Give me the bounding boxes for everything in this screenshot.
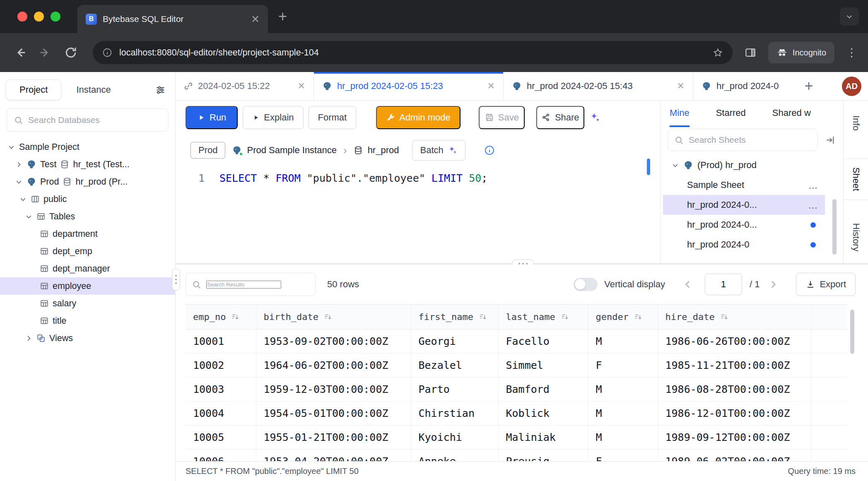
traffic-light-minimize[interactable] [34, 12, 44, 22]
tree-table-dept-emp[interactable]: dept_emp [0, 243, 175, 260]
url-text[interactable]: localhost:8080/sql-editor/sheet/project-… [119, 48, 706, 58]
collapse-panel-icon[interactable] [825, 135, 836, 146]
sheet-item-sample[interactable]: Sample Sheet ... [661, 175, 825, 195]
results-search-input[interactable] [206, 281, 281, 289]
close-icon[interactable]: ✕ [298, 81, 305, 91]
tree-table-dept-manager[interactable]: dept_manager [0, 260, 175, 277]
tab-starred[interactable]: Starred [716, 101, 746, 127]
vtab-sheet[interactable]: Sheet [844, 159, 868, 200]
tree-views-group[interactable]: Views [0, 329, 175, 347]
url-bar[interactable]: localhost:8080/sql-editor/sheet/project-… [93, 41, 733, 64]
close-icon[interactable]: ✕ [487, 81, 495, 91]
col-gender[interactable]: gender [588, 305, 658, 329]
sort-icon[interactable] [634, 313, 643, 322]
caret-right-icon[interactable] [15, 161, 23, 168]
database-item[interactable]: hr_prod [354, 145, 399, 156]
tree-schema-public[interactable]: public [0, 190, 175, 208]
col-first-name[interactable]: first_name [411, 305, 498, 329]
col-birth-date[interactable]: birth_date [256, 305, 411, 329]
caret-down-icon[interactable] [19, 195, 27, 203]
sort-icon[interactable] [231, 313, 240, 322]
ai-sparkles-icon[interactable] [589, 112, 601, 123]
export-button[interactable]: Export [796, 273, 856, 296]
next-page-icon[interactable] [767, 278, 779, 291]
editor-scroll-indicator[interactable] [647, 159, 650, 175]
sort-icon[interactable] [478, 313, 487, 322]
traffic-light-close[interactable] [17, 12, 27, 22]
vtab-info[interactable]: Info [844, 108, 868, 138]
forward-icon[interactable] [38, 46, 52, 60]
tree-table-employee[interactable]: employee [0, 277, 175, 295]
tab-mine[interactable]: Mine [670, 101, 690, 127]
caret-right-icon[interactable] [25, 334, 33, 342]
tab-project[interactable]: Project [6, 79, 61, 100]
tab-instance[interactable]: Instance [76, 84, 111, 95]
vertical-display-toggle[interactable] [574, 278, 598, 291]
environment-chip[interactable]: Prod [190, 142, 225, 159]
tab-shared[interactable]: Shared w [772, 101, 811, 127]
vtab-history[interactable]: History [844, 209, 868, 263]
col-hire-date[interactable]: hire_date [658, 305, 811, 329]
reload-icon[interactable] [64, 46, 78, 60]
sort-icon[interactable] [720, 313, 729, 322]
sheet-panel-scrollbar[interactable] [832, 199, 837, 255]
new-sheet-button[interactable]: + [798, 72, 820, 100]
tree-env-prod[interactable]: Prod hr_prod (Pr... [0, 173, 175, 190]
tab-close-icon[interactable]: ✕ [251, 14, 260, 24]
sheet-group-prod[interactable]: (Prod) hr_prod [661, 155, 843, 175]
site-info-icon[interactable] [102, 47, 113, 58]
sheet-tab-4[interactable]: hr_prod 2024-0 [693, 72, 798, 100]
sort-icon[interactable] [323, 313, 333, 322]
instance-item[interactable]: Prod Sample Instance [232, 145, 336, 156]
info-icon[interactable] [484, 144, 495, 156]
tree-table-title[interactable]: title [0, 312, 175, 329]
page-input[interactable] [705, 274, 742, 295]
browser-menu-icon[interactable]: ⋮ [846, 47, 857, 58]
tree-table-salary[interactable]: salary [0, 295, 175, 312]
batch-button[interactable]: Batch [412, 140, 465, 161]
admin-mode-button[interactable]: Admin mode [376, 106, 461, 129]
user-avatar[interactable]: AD [842, 77, 861, 96]
close-icon[interactable]: ✕ [677, 81, 685, 91]
bookmark-star-icon[interactable] [712, 47, 723, 58]
caret-down-icon[interactable] [15, 178, 23, 186]
sheet-item-menu-icon[interactable]: ... [808, 203, 817, 207]
format-button[interactable]: Format [309, 106, 357, 129]
database-search[interactable] [7, 108, 169, 132]
sql-editor[interactable]: 1 SELECT * FROM "public"."employee" LIMI… [176, 166, 660, 184]
sheet-item-menu-icon[interactable]: ... [808, 183, 817, 187]
code-line[interactable]: SELECT * FROM "public"."employee" LIMIT … [219, 172, 487, 184]
sheet-search[interactable] [668, 129, 818, 151]
caret-down-icon[interactable] [7, 143, 15, 151]
results-search[interactable] [186, 273, 316, 296]
traffic-light-zoom[interactable] [51, 12, 60, 22]
share-button[interactable]: Share [536, 106, 584, 129]
sheet-tab-3[interactable]: hr_prod 2024-02-05 15:43 ✕ [504, 72, 693, 100]
filter-sliders-icon[interactable] [155, 84, 166, 96]
database-search-input[interactable] [28, 115, 162, 125]
results-scrollbar[interactable] [850, 310, 854, 354]
back-icon[interactable] [13, 46, 27, 60]
tree-project-root[interactable]: Sample Project [0, 138, 175, 156]
sheet-item-selected[interactable]: hr_prod 2024-0... ... [663, 195, 825, 215]
save-button[interactable]: Save [479, 106, 525, 129]
sheet-tab-1[interactable]: 2024-02-05 15:22 ✕ [176, 72, 314, 100]
run-button[interactable]: Run [186, 106, 238, 129]
sheet-tab-2-active[interactable]: hr_prod 2024-02-05 15:23 ✕ [314, 72, 504, 100]
col-last-name[interactable]: last_name [498, 305, 588, 329]
side-panel-icon[interactable] [744, 46, 757, 59]
sheet-search-input[interactable] [689, 135, 812, 145]
resize-handle-vertical[interactable] [172, 268, 180, 291]
new-tab-button[interactable]: + [278, 9, 287, 24]
caret-down-icon[interactable] [25, 213, 33, 221]
tree-table-department[interactable]: department [0, 225, 175, 243]
sheet-item-partial[interactable]: hr_prod 2024-0 [661, 235, 825, 255]
sort-icon[interactable] [560, 313, 569, 322]
tree-env-test[interactable]: Test hr_test (Test... [0, 156, 175, 173]
sheet-item-unsaved[interactable]: hr_prod 2024-0... [661, 215, 825, 235]
explain-button[interactable]: Explain [243, 106, 303, 129]
browser-tab[interactable]: B Bytebase SQL Editor ✕ [77, 5, 268, 33]
caret-down-icon[interactable] [671, 161, 679, 169]
tab-search-button[interactable] [840, 7, 859, 26]
tree-tables-group[interactable]: Tables [0, 208, 175, 225]
